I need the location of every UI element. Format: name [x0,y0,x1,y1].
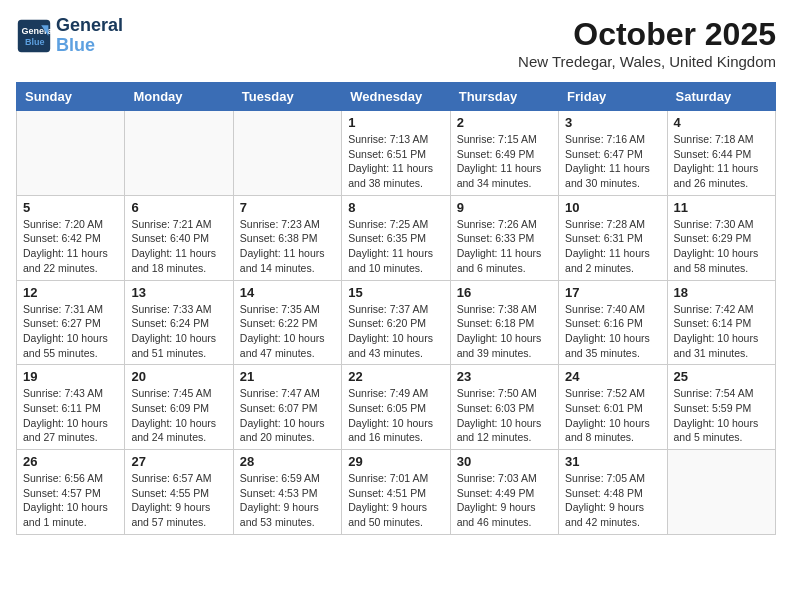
day-info: Sunrise: 7:15 AM Sunset: 6:49 PM Dayligh… [457,132,552,191]
calendar-cell: 23Sunrise: 7:50 AM Sunset: 6:03 PM Dayli… [450,365,558,450]
calendar-cell: 13Sunrise: 7:33 AM Sunset: 6:24 PM Dayli… [125,280,233,365]
day-info: Sunrise: 7:45 AM Sunset: 6:09 PM Dayligh… [131,386,226,445]
day-number: 15 [348,285,443,300]
day-number: 20 [131,369,226,384]
logo-text-line2: Blue [56,36,123,56]
calendar-cell [125,111,233,196]
day-number: 19 [23,369,118,384]
day-info: Sunrise: 7:18 AM Sunset: 6:44 PM Dayligh… [674,132,769,191]
calendar-cell: 5Sunrise: 7:20 AM Sunset: 6:42 PM Daylig… [17,195,125,280]
day-number: 16 [457,285,552,300]
weekday-header-friday: Friday [559,83,667,111]
day-info: Sunrise: 7:50 AM Sunset: 6:03 PM Dayligh… [457,386,552,445]
day-info: Sunrise: 7:23 AM Sunset: 6:38 PM Dayligh… [240,217,335,276]
logo-icon: General Blue [16,18,52,54]
calendar-cell: 31Sunrise: 7:05 AM Sunset: 4:48 PM Dayli… [559,450,667,535]
calendar-cell: 16Sunrise: 7:38 AM Sunset: 6:18 PM Dayli… [450,280,558,365]
day-number: 22 [348,369,443,384]
day-info: Sunrise: 7:25 AM Sunset: 6:35 PM Dayligh… [348,217,443,276]
calendar-cell: 7Sunrise: 7:23 AM Sunset: 6:38 PM Daylig… [233,195,341,280]
calendar-cell [667,450,775,535]
week-row-1: 1Sunrise: 7:13 AM Sunset: 6:51 PM Daylig… [17,111,776,196]
day-info: Sunrise: 7:35 AM Sunset: 6:22 PM Dayligh… [240,302,335,361]
day-number: 11 [674,200,769,215]
day-number: 4 [674,115,769,130]
day-info: Sunrise: 7:26 AM Sunset: 6:33 PM Dayligh… [457,217,552,276]
calendar-cell: 22Sunrise: 7:49 AM Sunset: 6:05 PM Dayli… [342,365,450,450]
calendar-cell: 3Sunrise: 7:16 AM Sunset: 6:47 PM Daylig… [559,111,667,196]
week-row-4: 19Sunrise: 7:43 AM Sunset: 6:11 PM Dayli… [17,365,776,450]
calendar-cell: 18Sunrise: 7:42 AM Sunset: 6:14 PM Dayli… [667,280,775,365]
day-info: Sunrise: 7:43 AM Sunset: 6:11 PM Dayligh… [23,386,118,445]
day-number: 12 [23,285,118,300]
calendar-cell: 2Sunrise: 7:15 AM Sunset: 6:49 PM Daylig… [450,111,558,196]
weekday-header-saturday: Saturday [667,83,775,111]
calendar-cell: 1Sunrise: 7:13 AM Sunset: 6:51 PM Daylig… [342,111,450,196]
day-number: 25 [674,369,769,384]
title-block: October 2025 New Tredegar, Wales, United… [518,16,776,70]
logo: General Blue General Blue [16,16,123,56]
day-number: 7 [240,200,335,215]
day-number: 21 [240,369,335,384]
day-info: Sunrise: 7:31 AM Sunset: 6:27 PM Dayligh… [23,302,118,361]
calendar-cell: 27Sunrise: 6:57 AM Sunset: 4:55 PM Dayli… [125,450,233,535]
day-info: Sunrise: 7:49 AM Sunset: 6:05 PM Dayligh… [348,386,443,445]
calendar-cell: 12Sunrise: 7:31 AM Sunset: 6:27 PM Dayli… [17,280,125,365]
calendar-cell: 17Sunrise: 7:40 AM Sunset: 6:16 PM Dayli… [559,280,667,365]
day-number: 28 [240,454,335,469]
calendar-cell: 9Sunrise: 7:26 AM Sunset: 6:33 PM Daylig… [450,195,558,280]
day-number: 30 [457,454,552,469]
day-info: Sunrise: 7:13 AM Sunset: 6:51 PM Dayligh… [348,132,443,191]
weekday-header-wednesday: Wednesday [342,83,450,111]
day-number: 24 [565,369,660,384]
day-number: 1 [348,115,443,130]
calendar-cell: 24Sunrise: 7:52 AM Sunset: 6:01 PM Dayli… [559,365,667,450]
day-number: 14 [240,285,335,300]
calendar-cell: 26Sunrise: 6:56 AM Sunset: 4:57 PM Dayli… [17,450,125,535]
calendar-cell: 4Sunrise: 7:18 AM Sunset: 6:44 PM Daylig… [667,111,775,196]
weekday-header-thursday: Thursday [450,83,558,111]
calendar: SundayMondayTuesdayWednesdayThursdayFrid… [16,82,776,535]
page-header: General Blue General Blue October 2025 N… [16,16,776,70]
calendar-cell: 21Sunrise: 7:47 AM Sunset: 6:07 PM Dayli… [233,365,341,450]
day-info: Sunrise: 7:30 AM Sunset: 6:29 PM Dayligh… [674,217,769,276]
day-info: Sunrise: 7:52 AM Sunset: 6:01 PM Dayligh… [565,386,660,445]
calendar-cell: 6Sunrise: 7:21 AM Sunset: 6:40 PM Daylig… [125,195,233,280]
day-number: 29 [348,454,443,469]
day-number: 2 [457,115,552,130]
week-row-5: 26Sunrise: 6:56 AM Sunset: 4:57 PM Dayli… [17,450,776,535]
week-row-2: 5Sunrise: 7:20 AM Sunset: 6:42 PM Daylig… [17,195,776,280]
day-info: Sunrise: 7:28 AM Sunset: 6:31 PM Dayligh… [565,217,660,276]
weekday-header-monday: Monday [125,83,233,111]
day-number: 10 [565,200,660,215]
day-number: 6 [131,200,226,215]
calendar-cell: 25Sunrise: 7:54 AM Sunset: 5:59 PM Dayli… [667,365,775,450]
day-number: 18 [674,285,769,300]
day-info: Sunrise: 6:56 AM Sunset: 4:57 PM Dayligh… [23,471,118,530]
month-title: October 2025 [518,16,776,53]
day-number: 5 [23,200,118,215]
calendar-cell [233,111,341,196]
day-info: Sunrise: 7:40 AM Sunset: 6:16 PM Dayligh… [565,302,660,361]
day-number: 8 [348,200,443,215]
day-number: 3 [565,115,660,130]
day-info: Sunrise: 7:42 AM Sunset: 6:14 PM Dayligh… [674,302,769,361]
day-number: 9 [457,200,552,215]
svg-text:Blue: Blue [25,37,45,47]
day-info: Sunrise: 7:21 AM Sunset: 6:40 PM Dayligh… [131,217,226,276]
day-info: Sunrise: 7:05 AM Sunset: 4:48 PM Dayligh… [565,471,660,530]
calendar-cell: 14Sunrise: 7:35 AM Sunset: 6:22 PM Dayli… [233,280,341,365]
day-info: Sunrise: 6:57 AM Sunset: 4:55 PM Dayligh… [131,471,226,530]
calendar-cell: 30Sunrise: 7:03 AM Sunset: 4:49 PM Dayli… [450,450,558,535]
calendar-cell [17,111,125,196]
day-info: Sunrise: 7:20 AM Sunset: 6:42 PM Dayligh… [23,217,118,276]
week-row-3: 12Sunrise: 7:31 AM Sunset: 6:27 PM Dayli… [17,280,776,365]
day-info: Sunrise: 7:38 AM Sunset: 6:18 PM Dayligh… [457,302,552,361]
day-info: Sunrise: 7:37 AM Sunset: 6:20 PM Dayligh… [348,302,443,361]
weekday-header-sunday: Sunday [17,83,125,111]
calendar-cell: 11Sunrise: 7:30 AM Sunset: 6:29 PM Dayli… [667,195,775,280]
day-info: Sunrise: 7:47 AM Sunset: 6:07 PM Dayligh… [240,386,335,445]
calendar-cell: 15Sunrise: 7:37 AM Sunset: 6:20 PM Dayli… [342,280,450,365]
calendar-cell: 20Sunrise: 7:45 AM Sunset: 6:09 PM Dayli… [125,365,233,450]
day-info: Sunrise: 7:16 AM Sunset: 6:47 PM Dayligh… [565,132,660,191]
